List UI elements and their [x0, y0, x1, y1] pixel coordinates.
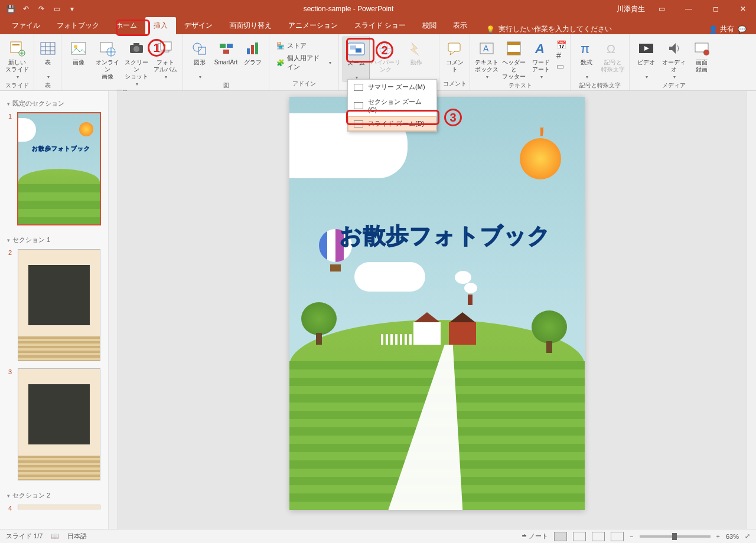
shapes-button[interactable]: 図形▾ [187, 37, 212, 80]
tell-me[interactable]: 💡 実行したい作業を入力してください [475, 24, 703, 34]
slide-zoom-item[interactable]: スライド ズーム(D) [348, 116, 436, 131]
summary-zoom-label: サマリー ズーム(M) [368, 83, 425, 91]
chevron-down-icon: ▾ [136, 81, 138, 87]
hyperlink-button[interactable]: ハイパーリンク [371, 37, 400, 73]
screenshot-button[interactable]: スクリーン ショット▾ [123, 37, 151, 87]
store-button[interactable]: 🏪ストア [273, 40, 335, 51]
section-2[interactable]: セクション 2 [5, 488, 113, 502]
section-zoom-icon [354, 102, 363, 109]
comments-pane-icon[interactable]: 💬 [738, 25, 747, 34]
header-footer-button[interactable]: ヘッダーと フッター [501, 37, 527, 80]
tab-slideshow[interactable]: スライド ショー [346, 17, 414, 34]
summary-zoom-item[interactable]: サマリー ズーム(M) [348, 80, 436, 94]
section-default[interactable]: 既定のセクション [5, 96, 113, 110]
tab-insert[interactable]: 挿入 [145, 17, 176, 34]
slideshow-view-icon[interactable] [611, 532, 624, 541]
header-footer-icon [504, 39, 523, 58]
minimize-icon[interactable]: — [678, 0, 699, 18]
slide-canvas[interactable]: お散歩フォトブック [289, 97, 585, 510]
action-button[interactable]: 動作 [402, 37, 431, 73]
fit-window-icon[interactable]: ⤢ [745, 532, 750, 540]
thumb-scrollbar[interactable] [108, 91, 118, 529]
hyperlink-label: ハイパーリンク [371, 59, 400, 73]
camera-icon [127, 39, 146, 58]
my-addins-button[interactable]: 🧩個人用アドイン▾ [273, 53, 335, 73]
table-button[interactable]: 表▾ [38, 37, 57, 80]
svg-rect-4 [71, 42, 86, 54]
slide-indicator[interactable]: スライド 1/7 [6, 532, 43, 541]
reading-view-icon[interactable] [592, 532, 605, 541]
thumb-2[interactable]: 2 [8, 249, 113, 361]
equation-button[interactable]: π数式▾ [574, 37, 599, 80]
comment-button[interactable]: コメント [443, 37, 466, 73]
video-button[interactable]: ビデオ▾ [633, 37, 660, 80]
thumb-1[interactable]: 1 お散歩フォトブック [8, 113, 113, 225]
shapes-label: 図形 [194, 59, 206, 73]
smartart-button[interactable]: SmartArt [213, 37, 239, 73]
tab-file[interactable]: ファイル [4, 17, 48, 34]
chevron-down-icon: ▾ [199, 74, 201, 80]
notes-button[interactable]: ≐ ノート [522, 532, 548, 541]
section-zoom-item[interactable]: セクション ズーム(C) [348, 94, 436, 116]
close-icon[interactable]: ✕ [732, 0, 754, 18]
symbol-button[interactable]: Ω記号と 特殊文字 [601, 37, 626, 73]
normal-view-icon[interactable] [554, 532, 567, 541]
svg-rect-1 [12, 44, 19, 45]
slide-title[interactable]: お散歩フォトブック [340, 221, 551, 251]
tab-home[interactable]: ホーム [107, 17, 145, 34]
audio-button[interactable]: オーディオ▾ [661, 37, 687, 80]
svg-rect-24 [356, 48, 361, 53]
group-illust-label: 図 [183, 80, 269, 92]
equation-icon: π [577, 39, 596, 58]
qat-more-icon[interactable]: ▾ [66, 3, 78, 15]
slide-scrollbar[interactable] [747, 91, 756, 529]
ribbon-display-icon[interactable]: ▭ [651, 0, 672, 18]
wordart-label: ワード アート [532, 59, 550, 73]
maximize-icon[interactable]: ◻ [705, 0, 726, 18]
textbox-button[interactable]: Aテキスト ボックス▾ [474, 37, 500, 80]
zoom-out-icon[interactable]: − [630, 533, 633, 540]
tab-transitions[interactable]: 画面切り替え [221, 17, 280, 34]
thumb-3[interactable]: 3 [8, 368, 113, 480]
screenrec-label: 画面 録画 [696, 59, 708, 73]
tab-view[interactable]: 表示 [445, 17, 475, 34]
wordart-button[interactable]: Aワード アート▾ [528, 37, 554, 80]
zoom-button[interactable]: ズーム▾ [343, 37, 370, 81]
sorter-view-icon[interactable] [573, 532, 586, 541]
screen-rec-icon [692, 39, 711, 58]
thumbnails-pane: 既定のセクション 1 お散歩フォトブック セクション 1 2 3 セクション 2 [0, 91, 118, 529]
slide-number-icon[interactable]: # [556, 51, 566, 60]
redo-icon[interactable]: ↷ [35, 3, 47, 15]
svg-rect-12 [161, 42, 171, 50]
zoom-value[interactable]: 63% [726, 533, 739, 540]
zoom-in-icon[interactable]: + [716, 533, 720, 540]
new-slide-button[interactable]: 新しい スライド▾ [4, 37, 30, 80]
date-time-icon[interactable]: 📅 [556, 40, 566, 50]
language-indicator[interactable]: 日本語 [67, 532, 87, 541]
spellcheck-icon[interactable]: 📖 [51, 532, 59, 540]
thumb-4[interactable]: 4 [8, 505, 113, 512]
pictures-button[interactable]: 画像 [65, 37, 93, 73]
share-button[interactable]: 👤共有 [709, 24, 734, 34]
section-1[interactable]: セクション 1 [5, 232, 113, 247]
online-pictures-button[interactable]: オンライン 画像 [94, 37, 122, 80]
svg-rect-16 [220, 44, 226, 48]
textbox-label: テキスト ボックス [475, 59, 498, 73]
zoom-slider[interactable] [640, 535, 711, 538]
group-addins-label: アドイン [269, 78, 338, 90]
svg-text:A: A [535, 41, 545, 56]
screen-recording-button[interactable]: 画面 録画 [688, 37, 715, 73]
start-from-beginning-icon[interactable]: ▭ [51, 3, 63, 15]
save-icon[interactable]: 💾 [5, 3, 17, 15]
photo-album-button[interactable]: フォト アルバム▾ [151, 37, 179, 80]
svg-text:Ω: Ω [607, 42, 615, 55]
tab-review[interactable]: 校閲 [414, 17, 445, 34]
undo-icon[interactable]: ↶ [20, 3, 32, 15]
tab-photobook[interactable]: フォトブック [48, 17, 107, 34]
user-name[interactable]: 川添貴生 [617, 0, 645, 18]
object-icon[interactable]: ▭ [556, 61, 566, 71]
tab-design[interactable]: デザイン [176, 17, 221, 34]
chart-button[interactable]: グラフ [240, 37, 265, 73]
chevron-down-icon: ▾ [486, 74, 488, 80]
tab-animations[interactable]: アニメーション [280, 17, 346, 34]
